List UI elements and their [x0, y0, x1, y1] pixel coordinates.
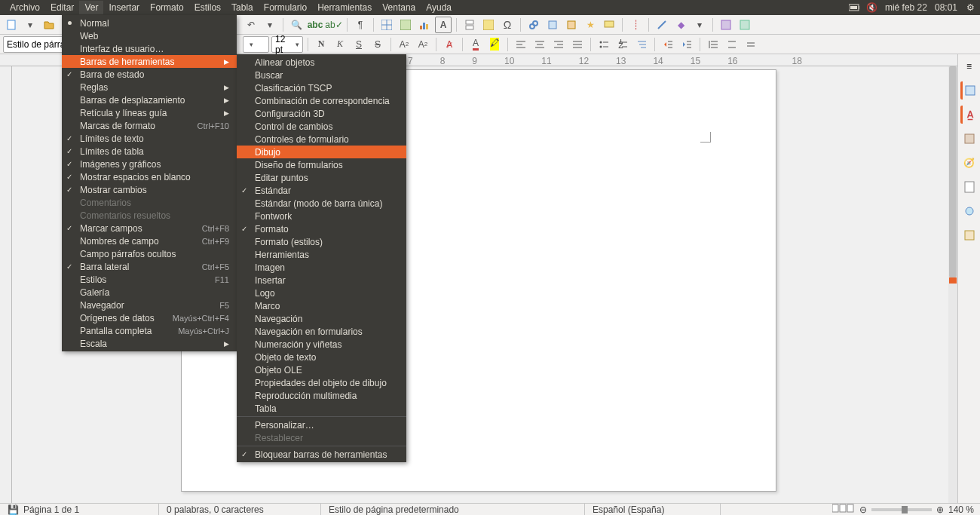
page-number-status[interactable]: Página 1 de 1 — [16, 504, 159, 515]
menu-item-marco[interactable]: Marco — [237, 299, 406, 312]
menu-item-interfaz-de-usuario-[interactable]: Interfaz de usuario… — [62, 42, 237, 55]
sidebar-menu-icon[interactable]: ≡ — [960, 57, 978, 75]
properties-panel-icon[interactable] — [960, 81, 978, 100]
menu-estilos[interactable]: Estilos — [189, 1, 226, 14]
menu-item-editar-puntos[interactable]: Editar puntos — [237, 171, 406, 184]
menu-item-barra-de-estado[interactable]: ✓Barra de estado — [62, 68, 237, 81]
vertical-scrollbar[interactable] — [948, 66, 957, 503]
cross-ref-icon[interactable]: ★ — [582, 17, 599, 33]
menu-item-herramientas[interactable]: Herramientas — [237, 248, 406, 261]
field-icon[interactable] — [480, 17, 497, 33]
basic-shapes-icon[interactable]: ◆ — [672, 17, 689, 33]
new-doc-button[interactable] — [3, 17, 20, 33]
menu-item-imagen[interactable]: Imagen — [237, 261, 406, 274]
zoom-in-icon[interactable]: ⊕ — [936, 504, 944, 515]
strikethrough-icon[interactable]: S — [369, 36, 386, 53]
page-break-icon[interactable] — [461, 17, 478, 33]
menu-item-marcar-campos[interactable]: ✓Marcar camposCtrl+F8 — [62, 222, 237, 235]
page-style-status[interactable]: Estilo de página predeterminado — [321, 504, 585, 515]
menu-item-marcas-de-formato[interactable]: Marcas de formatoCtrl+F10 — [62, 119, 237, 132]
menu-item-nombres-de-campo[interactable]: Nombres de campoCtrl+F9 — [62, 235, 237, 247]
menu-item-numeraci-n-y-vi-etas[interactable]: Numeración y viñetas — [237, 338, 406, 351]
underline-icon[interactable]: S — [351, 36, 367, 53]
menu-item-objeto-ole[interactable]: Objeto OLE — [237, 363, 406, 376]
chart-icon[interactable] — [416, 17, 433, 33]
menu-item-ret-cula-y-l-neas-gu-a[interactable]: Retícula y líneas guía▶ — [62, 106, 237, 119]
font-name-combo[interactable]: ▾ — [243, 36, 269, 53]
language-status[interactable]: Español (España) — [585, 504, 721, 515]
menu-item-mostrar-espacios-en-blanco[interactable]: ✓Mostrar espacios en blanco — [62, 170, 237, 183]
styles-panel-icon[interactable]: A̲ — [960, 106, 978, 124]
hyperlink-icon[interactable] — [525, 17, 542, 33]
menu-item-estilos[interactable]: EstilosF11 — [62, 273, 237, 286]
menu-item-logo[interactable]: Logo — [237, 287, 406, 299]
menu-item-navegador[interactable]: NavegadorF5 — [62, 299, 237, 311]
scrollbar-thumb[interactable] — [949, 66, 957, 277]
menu-ayuda[interactable]: Ayuda — [421, 1, 457, 14]
menu-item-dibujo[interactable]: Dibujo — [237, 146, 406, 158]
decrease-space-icon[interactable] — [743, 36, 759, 53]
draw-functions-icon[interactable] — [718, 17, 734, 33]
dropdown-arrow[interactable]: ▾ — [262, 17, 278, 33]
menu-item-l-mites-de-tabla[interactable]: ✓Límites de tabla — [62, 145, 237, 158]
menu-item-clasificaci-n-tscp[interactable]: Clasificación TSCP — [237, 81, 406, 94]
menu-item-barras-de-desplazamiento[interactable]: Barras de desplazamiento▶ — [62, 93, 237, 106]
menu-item-or-genes-de-datos[interactable]: Orígenes de datosMayús+Ctrl+F4 — [62, 311, 237, 324]
menu-herramientas[interactable]: Herramientas — [312, 1, 377, 14]
menu-item-formato-estilos-[interactable]: Formato (estilos) — [237, 235, 406, 248]
outline-list-icon[interactable] — [633, 36, 650, 53]
menu-item-campo-p-rrafos-ocultos[interactable]: Campo párrafos ocultos — [62, 247, 237, 260]
menu-item-barras-de-herramientas[interactable]: Barras de herramientas▶ — [62, 55, 237, 68]
highlight-icon[interactable]: 🖍 — [486, 36, 503, 53]
gallery-panel-icon[interactable] — [960, 130, 978, 148]
menu-item-l-mites-de-texto[interactable]: ✓Límites de texto — [62, 132, 237, 145]
menu-item-galer-a[interactable]: Galería — [62, 286, 237, 299]
menu-item-fontwork[interactable]: Fontwork — [237, 210, 406, 222]
menu-item-controles-de-formulario[interactable]: Controles de formulario — [237, 133, 406, 146]
menu-item-im-genes-y-gr-ficos[interactable]: ✓Imágenes y gráficos — [62, 158, 237, 170]
menu-item-est-ndar[interactable]: ✓Estándar — [237, 184, 406, 197]
number-list-icon[interactable]: 12 — [614, 36, 631, 53]
footnote-icon[interactable] — [544, 17, 561, 33]
italic-icon[interactable]: K — [332, 36, 348, 53]
bookmark-icon[interactable] — [563, 17, 580, 33]
align-left-icon[interactable] — [513, 36, 529, 53]
menu-formato[interactable]: Formato — [145, 1, 189, 14]
formatting-marks-icon[interactable]: ¶ — [352, 17, 369, 33]
menu-insertar[interactable]: Insertar — [103, 1, 145, 14]
form-design-icon[interactable] — [737, 17, 753, 33]
zoom-out-icon[interactable]: ⊖ — [859, 504, 867, 515]
navigator-panel-icon[interactable]: 🧭 — [960, 154, 978, 172]
dropdown-arrow[interactable]: ▾ — [22, 17, 38, 33]
menu-item-formato[interactable]: ✓Formato — [237, 222, 406, 235]
menu-item-navegaci-n[interactable]: Navegación — [237, 312, 406, 325]
menu-item-objeto-de-texto[interactable]: Objeto de texto — [237, 351, 406, 363]
align-center-icon[interactable] — [531, 36, 548, 53]
menu-item-bloquear-barras-de-herramientas[interactable]: ✓Bloquear barras de herramientas — [237, 448, 406, 461]
menu-ventana[interactable]: Ventana — [377, 1, 421, 14]
menu-item-pantalla-completa[interactable]: Pantalla completaMayús+Ctrl+J — [62, 324, 237, 337]
align-right-icon[interactable] — [550, 36, 567, 53]
dropdown-arrow[interactable]: ▾ — [691, 17, 708, 33]
spellcheck-toggle-icon[interactable]: ab✓ — [326, 17, 342, 33]
menu-item-insertar[interactable]: Insertar — [237, 274, 406, 287]
increase-space-icon[interactable] — [724, 36, 740, 53]
bullet-list-icon[interactable] — [596, 36, 612, 53]
bold-icon[interactable]: N — [313, 36, 329, 53]
menu-item-escala[interactable]: Escala▶ — [62, 337, 237, 350]
track-changes-icon[interactable]: ┊ — [627, 17, 644, 33]
menu-item-reglas[interactable]: Reglas▶ — [62, 81, 237, 93]
undo-icon[interactable]: ↶ — [243, 17, 259, 33]
menu-ver[interactable]: Ver — [79, 1, 103, 14]
spellcheck-icon[interactable]: abc — [307, 17, 323, 33]
clear-formatting-icon[interactable]: A̷ — [441, 36, 458, 53]
menu-item-mostrar-cambios[interactable]: ✓Mostrar cambios — [62, 183, 237, 196]
special-char-icon[interactable]: Ω — [499, 17, 516, 33]
save-status-icon[interactable]: 💾 — [0, 504, 16, 515]
menu-item-dise-o-de-formularios[interactable]: Diseño de formularios — [237, 158, 406, 171]
subscript-icon[interactable]: A2 — [415, 36, 431, 53]
increase-indent-icon[interactable] — [660, 36, 676, 53]
font-size-combo[interactable]: 12 pt▾ — [271, 36, 303, 53]
menu-item-alinear-objetos[interactable]: Alinear objetos — [237, 56, 406, 69]
menu-item-configuraci-n-3d[interactable]: Configuración 3D — [237, 107, 406, 120]
